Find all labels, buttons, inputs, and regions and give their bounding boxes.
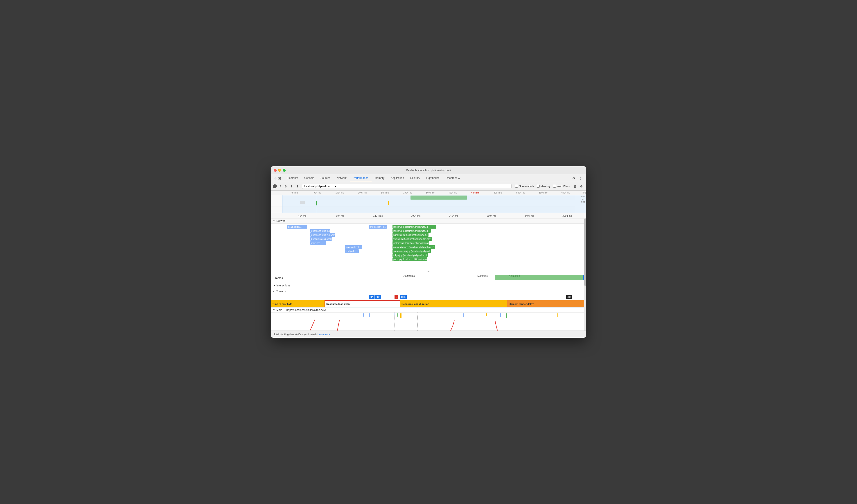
frames-track[interactable]: 1050.0 ms 500.0 ms Animation [300, 274, 586, 282]
tab-sources[interactable]: Sources [317, 175, 334, 181]
timings-track: FP FCP L DCL LCP [271, 294, 586, 300]
net-bar-bootstrap[interactable]: bootstrap.css (localhos...) [310, 237, 332, 241]
screenshots-checkbox[interactable]: Screenshots [515, 185, 534, 188]
scrollbar-thumb[interactable] [584, 218, 586, 286]
ruler-tick-7: 3494 ms [419, 191, 441, 194]
details-area[interactable]: ▼ Network localhost.phi... opensans-lati… [271, 218, 586, 331]
timings-inner: FP FCP L DCL LCP [300, 294, 586, 300]
tab-lighthouse[interactable]: Lighthouse [423, 175, 443, 181]
frames-duration-2: 500.0 ms [477, 274, 487, 277]
timing-lcp: LCP [566, 295, 572, 299]
net-bar-paris[interactable]: paris.jpg (localhost.philipwalton.dev) [392, 257, 427, 261]
tab-security[interactable]: Security [407, 175, 423, 181]
net-bar-opensans700[interactable]: opensans-latin-700.woff2 (l... [310, 233, 335, 237]
record-button[interactable] [273, 184, 277, 188]
lcp-seg-duration-label: Resource load duration [402, 303, 429, 305]
net-bar-maincss[interactable]: main.css ... [310, 241, 326, 245]
frame-block [495, 275, 586, 280]
clear-button[interactable]: 🗑 [572, 184, 578, 189]
ruler-tick-9: 44|4 ms [464, 191, 487, 194]
main-track[interactable] [271, 313, 586, 331]
detail-tick-6: 2994 ms [473, 215, 510, 217]
timing-fcp: FCP [374, 295, 381, 299]
net-bar-photosjson[interactable]: photos.json (lo... [369, 225, 387, 229]
minimize-button[interactable] [278, 169, 281, 172]
web-vitals-checkbox[interactable]: Web Vitals [553, 185, 570, 188]
drawer-icon[interactable]: ▣ [278, 177, 281, 180]
interactions-chevron[interactable]: ▶ [274, 284, 275, 287]
cpu-activity-2 [388, 201, 389, 205]
network-section: ▼ Network localhost.phi... opensans-lati… [271, 218, 586, 269]
timings-chevron[interactable]: ▼ [273, 290, 275, 293]
tab-application[interactable]: Application [388, 175, 407, 181]
net-bar-sydney[interactable]: sydney.jpg (localhost.philipwalton.dev) [392, 241, 429, 245]
net-bar-sanfrancisco[interactable]: san-francisco.jpg (localhost.philipwalt.… [392, 249, 431, 253]
network-header[interactable]: ▼ Network [271, 218, 586, 224]
url-bar: localhost.philipwalton.... ▼ [302, 184, 511, 189]
task-1 [363, 314, 364, 317]
mini-timeline[interactable]: 494 ms 994 ms 1494 ms 1994 ms 2494 ms 29… [271, 190, 586, 213]
tab-network[interactable]: Network [334, 175, 350, 181]
window-title: DevTools - localhost.philipwalton.dev/ [406, 169, 451, 172]
tab-recorder[interactable]: Recorder ▲ [443, 175, 464, 181]
mini-chart[interactable]: FPS CPU NET [271, 195, 586, 213]
settings-perf-icon[interactable]: ⚙ [578, 184, 584, 189]
lcp-seg-ttfb: Time to first byte [271, 300, 324, 307]
tab-bar: ⊹ ▣ Elements Console Sources Network Per… [271, 174, 586, 182]
cursor-tool-icon[interactable]: ⊹ [274, 176, 276, 180]
net-bar-localhost[interactable]: localhost.phi... [287, 225, 307, 229]
mini-ruler: 494 ms 994 ms 1494 ms 1994 ms 2494 ms 29… [271, 190, 586, 195]
net-bar-perfjs[interactable]: perf.js (l...) [345, 249, 359, 253]
detail-tick-5: 2494 ms [435, 215, 473, 217]
network-bars-area: localhost.phi... opensans-latin-400.w...… [271, 224, 586, 269]
tab-performance[interactable]: Performance [350, 175, 372, 181]
tab-elements[interactable]: Elements [284, 175, 301, 181]
net-bar-mainjs[interactable]: main.js (local...) [345, 245, 362, 249]
frames-duration-1: 1050.0 ms [403, 274, 415, 277]
net-bar-opensans400[interactable]: opensans-latin-400.w... [310, 229, 330, 233]
detail-tick-3: 1494 ms [359, 215, 397, 217]
download-button[interactable]: ⬇ [295, 184, 300, 189]
task-15 [572, 314, 572, 316]
upload-button[interactable]: ⬆ [289, 184, 295, 189]
close-button[interactable] [274, 169, 276, 172]
url-text: localhost.philipwalton.... [304, 185, 333, 188]
task-3 [369, 314, 370, 317]
interactions-track [300, 282, 586, 289]
net-bar-amsterdam[interactable]: amsterdam.jpg (localhost.philipwalton...… [392, 245, 435, 249]
lcp-seg-rld: Resource load delay [324, 300, 400, 307]
fps-right-label: FPS [581, 196, 585, 198]
ruler-tick-6: 2994 ms [396, 191, 419, 194]
interactions-text: Interactions [276, 284, 290, 287]
detail-ruler: 494 ms 994 ms 1494 ms 1994 ms 2494 ms 29… [271, 213, 586, 218]
timings-header[interactable]: ▼ Timings [271, 289, 586, 294]
main-header[interactable]: ▼ Main — https://localhost.philipwalton.… [271, 307, 586, 313]
cpu-activity-1 [300, 201, 305, 204]
fps-label: FPS [577, 191, 586, 194]
reload-button[interactable]: ↺ [277, 184, 283, 189]
task-9 [472, 314, 472, 318]
tab-console[interactable]: Console [301, 175, 317, 181]
timings-label: Timings [276, 290, 286, 293]
net-bar-venice[interactable]: venice.jpg (localhost.philipwalton.dev) [392, 237, 432, 241]
more-icon[interactable]: ⋮ [577, 175, 583, 181]
ruler-tick-4: 1994 ms [351, 191, 374, 194]
network-chevron[interactable]: ▼ [273, 220, 275, 222]
memory-checkbox[interactable]: Memory [537, 185, 550, 188]
net-bar-tokyo[interactable]: tokyo.jpg (localhost.philipwalton.dev) [392, 253, 428, 257]
main-chevron[interactable]: ▼ [273, 309, 275, 311]
scrollbar[interactable] [584, 218, 586, 331]
url-dropdown-icon[interactable]: ▼ [334, 185, 337, 188]
more-separator: ··· [271, 269, 586, 274]
ruler-tick-13: 6494 ms [555, 191, 577, 194]
stop-button[interactable]: ⊘ [283, 184, 288, 189]
interactions-label[interactable]: ▶ Interactions [271, 284, 300, 287]
net-bar-bangkok[interactable]: bangkok.jpg (localhost.philipwalt...) [392, 233, 428, 237]
learn-more-link[interactable]: Learn more [318, 333, 330, 336]
maximize-button[interactable] [283, 169, 286, 172]
net-bar-london2[interactable]: london.jpg (localhost.philipwalto...) [392, 229, 431, 233]
tab-memory[interactable]: Memory [372, 175, 388, 181]
net-bar-london1[interactable]: london.jpg (localhost.philipwalto...) [392, 225, 436, 229]
settings-icon[interactable]: ⚙ [571, 175, 576, 181]
detail-tick-8: 3994 ms [548, 215, 586, 217]
